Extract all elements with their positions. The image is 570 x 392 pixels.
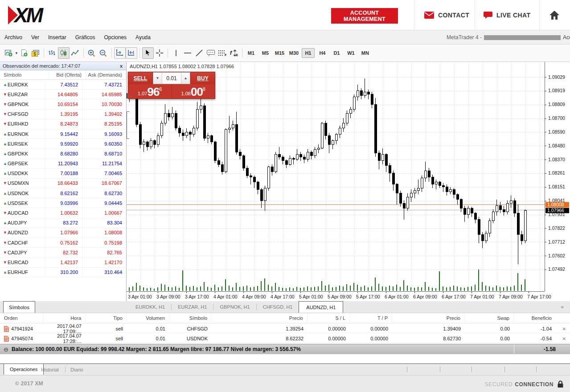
indicators-button[interactable]: f E [228, 47, 240, 59]
auto-scroll-button[interactable] [114, 47, 126, 59]
new-order-button[interactable] [18, 47, 30, 59]
vertical-line-tool[interactable] [170, 47, 182, 59]
new-chart-button[interactable] [3, 47, 14, 59]
market-watch-row-usdmxn[interactable]: ▼USDMXN18.6643318.67067 [0, 179, 126, 188]
market-watch-row-cadchf[interactable]: ▼CADCHF0.751620.75198 [0, 238, 126, 248]
one-click-panel-handle[interactable] [127, 111, 129, 139]
horizontal-line-tool[interactable] [182, 47, 193, 59]
menu-item-ver[interactable]: Ver [27, 34, 44, 41]
market-watch-row-usdnok[interactable]: ▲USDNOK8.621628.62730 [0, 188, 126, 198]
chart-shift-button[interactable] [126, 47, 137, 59]
order-close-icon[interactable]: ✕ [556, 336, 570, 341]
order-close-icon[interactable]: ✕ [556, 327, 570, 331]
market-watch-row-eursek[interactable]: ▲EURSEK9.599209.60350 [0, 139, 126, 149]
collapse-icon[interactable]: ⊖ [4, 346, 8, 353]
buy-price[interactable]: 1.08008 [172, 84, 215, 98]
volume-value[interactable]: 0.01 [162, 73, 181, 84]
price-axis-labels[interactable]: 1.090291.089191.088091.087001.085901.084… [545, 74, 565, 272]
tab-simbolos[interactable]: Símbolos [3, 301, 35, 313]
tab-operaciones[interactable]: Operaciones [4, 363, 44, 375]
home-button[interactable] [549, 10, 560, 20]
orders-column-2[interactable]: Tipo [86, 313, 127, 323]
candlestick-mode-button[interactable] [58, 47, 70, 59]
time-axis-labels[interactable]: 3 Apr 01:003 Apr 09:003 Apr 17:004 Apr 0… [128, 291, 551, 299]
order-row-47945074[interactable]: 479450742017.04.07 17:28:…sell0.01USDNOK… [0, 333, 570, 343]
column-ask[interactable]: Ask (Demanda) [86, 72, 126, 78]
column-symbol[interactable]: Símbolo [0, 70, 49, 79]
buy-button[interactable]: BUY [190, 72, 215, 84]
orders-column-1[interactable]: Hora [43, 313, 86, 323]
menu-item-archivo[interactable]: Archivo [0, 34, 27, 41]
timeframe-h4[interactable]: H4 [316, 48, 329, 58]
chart-window[interactable]: 1.090291.089191.088091.087001.085901.084… [127, 62, 570, 301]
market-watch-row-audjpy[interactable]: ▲AUDJPY83.27283.304 [0, 218, 126, 228]
order-row-47941924[interactable]: 479419242017.04.07 17:09:…sell0.01CHFSGD… [0, 323, 570, 333]
orders-column-5[interactable]: Precio [212, 313, 308, 323]
cursor-tool-button[interactable] [142, 47, 154, 59]
orders-column-9[interactable]: Swap [465, 313, 514, 323]
bar-chart-mode-button[interactable] [46, 47, 58, 59]
timeframe-w1[interactable]: W1 [344, 48, 357, 58]
market-watch-row-audnzd[interactable]: ▼AUDNZD1.079661.08008 [0, 228, 126, 238]
text-label-tool[interactable] [205, 47, 217, 59]
market-watch-row-audcad[interactable]: ▼AUDCAD1.006321.00667 [0, 208, 126, 218]
timeframe-mn[interactable]: MN [359, 48, 372, 58]
fibonacci-tool[interactable]: F [217, 47, 228, 59]
market-watch-row-cadjpy[interactable]: ▼CADJPY82.73282.765 [0, 248, 126, 257]
chart-tab-audnzd-active[interactable]: AUDNZD, H1 [299, 301, 343, 313]
menu-item-opciones[interactable]: Opciones [99, 34, 131, 41]
chart-tab-gbpnok[interactable]: GBPNOK, H1 [213, 304, 256, 310]
account-management-button[interactable]: ACCOUNT MANAGEMENT [331, 8, 398, 24]
crosshair-tool-button[interactable] [154, 47, 165, 59]
live-chat-link[interactable]: LIVE CHAT [484, 0, 530, 30]
market-watch-row-eurdkk[interactable]: ▲EURDKK7.435127.43721 [0, 80, 126, 90]
tab-diario[interactable]: Diario [70, 364, 83, 375]
new-chart-dropdown[interactable]: ▼ [15, 51, 18, 55]
chart-tab-eurzar[interactable]: EURZAR, H1 [172, 304, 213, 310]
tab-historial[interactable]: Historial [41, 364, 59, 375]
orders-column-4[interactable]: Símbolo [169, 313, 212, 323]
orders-column-7[interactable]: T / P [350, 313, 392, 323]
market-watch-row-eurzar[interactable]: ▼EURZAR14.6480514.65985 [0, 90, 126, 99]
orders-column-8[interactable]: Precio [392, 313, 465, 323]
xm-logo[interactable]: XM [8, 4, 53, 26]
market-watch-row-eurcad[interactable]: ▼EURCAD1.421371.42170 [0, 257, 126, 267]
menu-item-ayuda[interactable]: Ayuda [131, 34, 155, 41]
contact-link[interactable]: CONTACT [424, 0, 469, 30]
chart-tab-eurdkk[interactable]: EURDKK, H1 [129, 304, 171, 310]
timeframe-m5[interactable]: M5 [259, 48, 272, 58]
trend-line-tool[interactable] [193, 47, 205, 59]
profiles-button[interactable]: $ [30, 47, 41, 59]
market-watch-row-gbpsek[interactable]: ▲GBPSEK11.2094311.21754 [0, 159, 126, 169]
line-chart-mode-button[interactable] [70, 47, 81, 59]
zoom-in-button[interactable] [86, 47, 98, 59]
sell-price[interactable]: 1.07966 [128, 84, 172, 98]
orders-column-6[interactable]: S / L [308, 313, 350, 323]
sell-button[interactable]: SELL [128, 72, 153, 84]
orders-column-10[interactable]: Beneficio [514, 313, 556, 323]
more-tabs-icon[interactable]: » [561, 304, 564, 310]
timeframe-d1[interactable]: D1 [330, 48, 343, 58]
market-watch-close-icon[interactable]: x [119, 63, 123, 69]
menu-item-gráficos[interactable]: Gráficos [71, 34, 100, 41]
chart-tab-chfsgd[interactable]: CHFSGD, H1 [257, 304, 299, 310]
menu-item-insertar[interactable]: Insertar [44, 34, 71, 41]
market-watch-row-usdsek[interactable]: ▲USDSEK9.039969.04445 [0, 198, 126, 208]
orders-column-0[interactable]: Orden [0, 313, 43, 323]
market-watch-row-gbpdkk[interactable]: ▲GBPDKK8.682808.68710 [0, 149, 126, 159]
zoom-out-button[interactable] [98, 47, 109, 59]
market-watch-row-chfsgd[interactable]: ▼CHFSGD1.391951.39402 [0, 110, 126, 119]
orders-column-3[interactable]: Volumen [127, 313, 169, 323]
column-bid[interactable]: Bid (Oferta) [49, 70, 86, 79]
timeframe-m1[interactable]: M1 [245, 48, 258, 58]
timeframe-h1[interactable]: H1 [302, 48, 315, 58]
market-watch-row-eurnok[interactable]: ▲EURNOK9.154429.16093 [0, 129, 126, 139]
volume-decrease-button[interactable]: ▼ [153, 73, 162, 84]
market-watch-row-usddkk[interactable]: ▲USDDKK7.001887.00465 [0, 169, 126, 179]
volume-increase-button[interactable]: ▲ [181, 73, 190, 84]
timeframe-m30[interactable]: M30 [287, 48, 300, 58]
market-watch-row-eurhuf[interactable]: ▲EURHUF310.200310.464 [0, 268, 126, 278]
market-watch-row-gbpnok[interactable]: ▼GBPNOK10.6915410.70030 [0, 99, 126, 109]
timeframe-m15[interactable]: M15 [273, 48, 286, 58]
market-watch-row-eurhkd[interactable]: ▼EURHKD8.248738.25195 [0, 119, 126, 129]
